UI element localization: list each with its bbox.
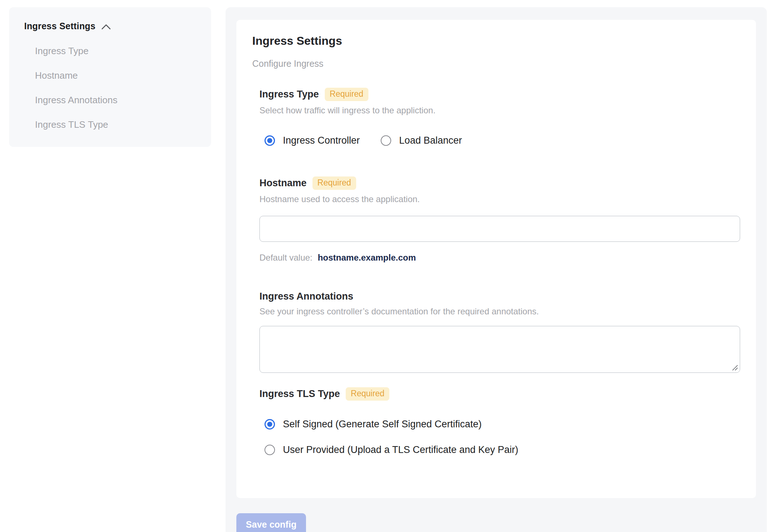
required-badge: Required <box>346 387 389 401</box>
ingress-tls-type-label: Ingress TLS Type <box>259 388 340 400</box>
ingress-type-options: Ingress Controller Load Balancer <box>265 135 740 146</box>
form-sections: Ingress Type Required Select how traffic… <box>259 88 740 455</box>
page-subtitle: Configure Ingress <box>252 58 740 69</box>
default-value-text: hostname.example.com <box>318 253 416 262</box>
sidebar-item-ingress-annotations[interactable]: Ingress Annotations <box>24 95 196 105</box>
ingress-type-section: Ingress Type Required Select how traffic… <box>259 88 740 146</box>
hostname-default-line: Default value: hostname.example.com <box>259 253 740 263</box>
hostname-input[interactable] <box>259 216 740 242</box>
radio-button-icon[interactable] <box>265 445 275 455</box>
sidebar-section-toggle[interactable]: Ingress Settings <box>24 21 196 31</box>
sidebar-item-ingress-tls-type[interactable]: Ingress TLS Type <box>24 119 196 130</box>
radio-option-self-signed[interactable]: Self Signed (Generate Self Signed Certif… <box>265 419 740 430</box>
save-config-button[interactable]: Save config <box>236 513 306 532</box>
sidebar: Ingress Settings Ingress Type Hostname I… <box>9 7 211 147</box>
radio-option-label[interactable]: Ingress Controller <box>283 135 360 146</box>
sidebar-item-hostname[interactable]: Hostname <box>24 70 196 80</box>
ingress-annotations-description: See your ingress controller’s documentat… <box>259 306 740 317</box>
ingress-tls-type-options: Self Signed (Generate Self Signed Certif… <box>265 419 740 455</box>
radio-button-icon[interactable] <box>265 135 275 146</box>
radio-button-icon[interactable] <box>381 135 391 146</box>
hostname-description: Hostname used to access the application. <box>259 194 740 204</box>
hostname-section: Hostname Required Hostname used to acces… <box>259 176 740 263</box>
required-badge: Required <box>312 176 356 190</box>
radio-option-label[interactable]: Load Balancer <box>399 135 462 146</box>
page-layout: Ingress Settings Ingress Type Hostname I… <box>0 0 778 532</box>
ingress-settings-card: Ingress Settings Configure Ingress Ingre… <box>236 20 756 498</box>
ingress-type-description: Select how traffic will ingress to the a… <box>259 105 740 115</box>
ingress-annotations-label: Ingress Annotations <box>259 291 353 302</box>
hostname-label: Hostname <box>259 178 307 189</box>
required-badge: Required <box>325 88 368 101</box>
radio-option-label[interactable]: User Provided (Upload a TLS Certificate … <box>283 444 518 455</box>
sidebar-item-ingress-type[interactable]: Ingress Type <box>24 46 196 56</box>
sidebar-section-title: Ingress Settings <box>24 21 96 31</box>
ingress-tls-type-section: Ingress TLS Type Required Self Signed (G… <box>259 387 740 455</box>
resize-handle-icon[interactable] <box>732 365 738 371</box>
chevron-up-icon[interactable] <box>101 24 111 30</box>
ingress-annotations-section: Ingress Annotations See your ingress con… <box>259 291 740 373</box>
radio-button-icon[interactable] <box>265 419 275 429</box>
radio-option-ingress-controller[interactable]: Ingress Controller <box>265 135 360 146</box>
page-title: Ingress Settings <box>252 34 740 48</box>
radio-option-user-provided[interactable]: User Provided (Upload a TLS Certificate … <box>265 444 740 455</box>
default-value-label: Default value: <box>259 253 312 262</box>
ingress-annotations-textarea[interactable] <box>259 326 740 373</box>
radio-option-load-balancer[interactable]: Load Balancer <box>381 135 462 146</box>
main-panel: Ingress Settings Configure Ingress Ingre… <box>226 7 767 532</box>
ingress-type-label: Ingress Type <box>259 89 319 100</box>
radio-option-label[interactable]: Self Signed (Generate Self Signed Certif… <box>283 419 482 430</box>
